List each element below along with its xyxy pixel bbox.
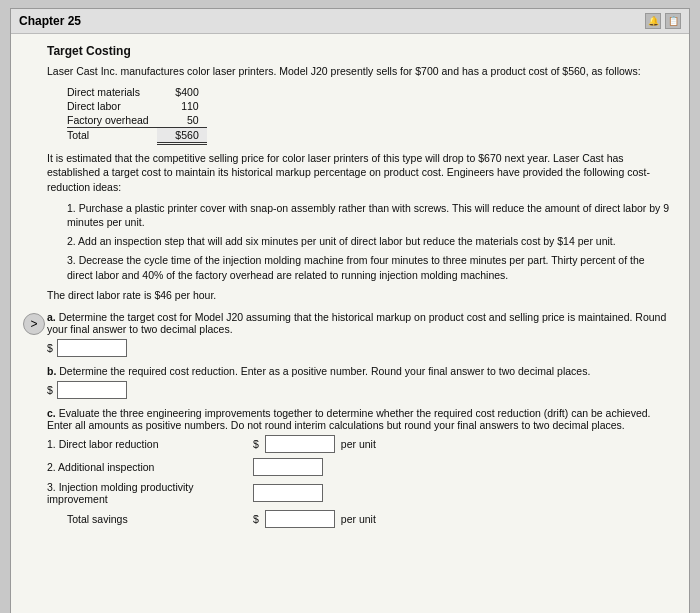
section-title: Target Costing <box>47 44 673 58</box>
question-b-label: b. Determine the required cost reduction… <box>47 365 673 377</box>
item-3-input[interactable] <box>253 484 323 502</box>
cost-amount: 110 <box>157 99 207 113</box>
chapter-title: Chapter 25 <box>19 14 81 28</box>
cost-table: Direct materials $400 Direct labor 110 F… <box>67 85 207 145</box>
question-b-answer-row: $ <box>47 381 673 399</box>
item-2-label: 2. Additional inspection <box>47 461 247 473</box>
paragraph-1: It is estimated that the competitive sel… <box>47 151 673 195</box>
title-bar-icons: 🔔 📋 <box>645 13 681 29</box>
total-label: Total <box>67 127 157 143</box>
cost-amount: $400 <box>157 85 207 99</box>
section-c-item-1: 1. Direct labor reduction $ per unit <box>47 435 673 453</box>
item-3-label: 3. Injection molding productivity improv… <box>47 481 247 505</box>
total-savings-row: Total savings $ per unit <box>47 510 673 528</box>
list-item-2: 2. Add an inspection step that will add … <box>47 234 673 249</box>
table-row: Direct labor 110 <box>67 99 207 113</box>
item-1-prefix: $ <box>253 438 259 450</box>
table-row: Factory overhead 50 <box>67 113 207 128</box>
clipboard-icon[interactable]: 📋 <box>665 13 681 29</box>
total-savings-input[interactable] <box>265 510 335 528</box>
content-area: > Target Costing Laser Cast Inc. manufac… <box>11 34 689 613</box>
main-window: Chapter 25 🔔 📋 > Target Costing Laser Ca… <box>10 8 690 613</box>
intro-paragraph: Laser Cast Inc. manufactures color laser… <box>47 64 673 79</box>
title-bar: Chapter 25 🔔 📋 <box>11 9 689 34</box>
item-1-input[interactable] <box>265 435 335 453</box>
cost-label: Direct labor <box>67 99 157 113</box>
question-b-input[interactable] <box>57 381 127 399</box>
item-1-suffix: per unit <box>341 438 376 450</box>
item-2-input[interactable] <box>253 458 323 476</box>
total-amount: $560 <box>157 127 207 143</box>
list-item-3: 3. Decrease the cycle time of the inject… <box>47 253 673 282</box>
labor-rate: The direct labor rate is $46 per hour. <box>47 288 673 303</box>
nav-arrow[interactable]: > <box>23 313 45 335</box>
table-row-total: Total $560 <box>67 127 207 143</box>
list-item-1: 1. Purchase a plastic printer cover with… <box>47 201 673 230</box>
section-c-grid: 1. Direct labor reduction $ per unit 2. … <box>47 435 673 528</box>
section-c-item-3: 3. Injection molding productivity improv… <box>47 481 673 505</box>
cost-label: Factory overhead <box>67 113 157 128</box>
cost-label: Direct materials <box>67 85 157 99</box>
question-c-label: c. Evaluate the three engineering improv… <box>47 407 673 431</box>
item-1-label: 1. Direct labor reduction <box>47 438 247 450</box>
total-prefix: $ <box>253 513 259 525</box>
total-suffix: per unit <box>341 513 376 525</box>
bell-icon[interactable]: 🔔 <box>645 13 661 29</box>
question-a-answer-row: $ <box>47 339 673 357</box>
question-b-prefix: $ <box>47 384 53 396</box>
table-row: Direct materials $400 <box>67 85 207 99</box>
total-savings-label: Total savings <box>67 513 247 525</box>
cost-amount: 50 <box>157 113 207 128</box>
question-a-prefix: $ <box>47 342 53 354</box>
question-a-label: a. Determine the target cost for Model J… <box>47 311 673 335</box>
section-c-item-2: 2. Additional inspection <box>47 458 673 476</box>
question-a-input[interactable] <box>57 339 127 357</box>
